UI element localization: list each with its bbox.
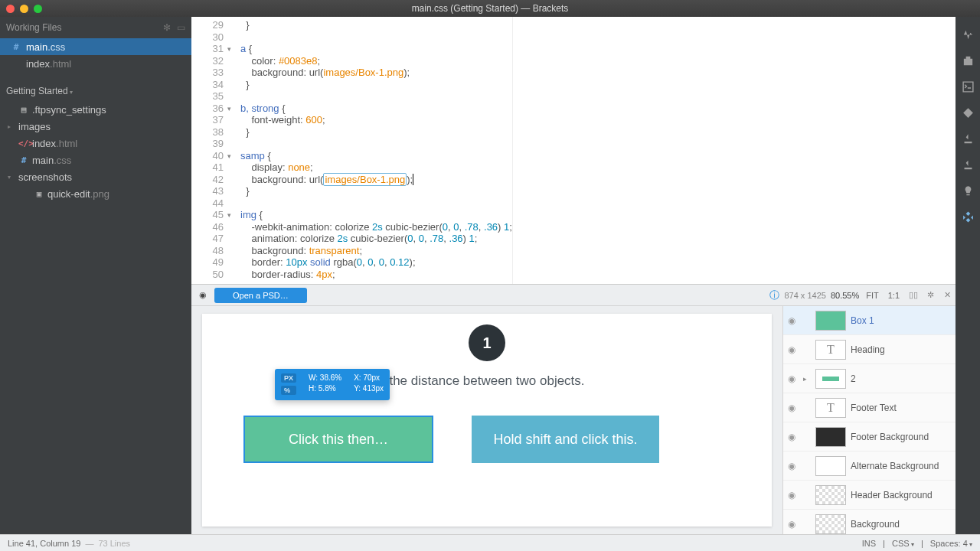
image-file-icon: ▣ bbox=[34, 189, 44, 199]
layer-background[interactable]: ◉Background bbox=[783, 510, 956, 534]
download-icon[interactable] bbox=[961, 132, 975, 145]
layer-label: Footer Text bbox=[851, 403, 951, 413]
tree-item-screenshots[interactable]: ▾screenshots bbox=[0, 168, 191, 185]
bulb-icon[interactable] bbox=[961, 184, 975, 197]
project-dropdown[interactable]: Getting Started bbox=[0, 81, 191, 101]
measure-y: Y: 413px bbox=[354, 384, 384, 393]
visibility-icon[interactable]: ◉ bbox=[788, 432, 799, 442]
unit-px[interactable]: PX bbox=[281, 373, 296, 383]
sidebar: Working Files ✻ ▭ #main.cssindex.html Ge… bbox=[0, 17, 191, 534]
gear-icon[interactable]: ✻ bbox=[163, 22, 171, 33]
measurement-tooltip: PX% W: 38.6% H: 5.8% X: 70px Y: 413px bbox=[275, 369, 390, 400]
layer-label: 2 bbox=[851, 373, 951, 384]
extract-panel: ◉ Open a PSD… ⓘ 874 x 1425 80.55% FIT 1:… bbox=[191, 285, 956, 534]
eye-icon[interactable]: ◉ bbox=[199, 290, 207, 300]
tree-item-.ftpsync_settings[interactable]: ▤.ftpsync_settings bbox=[0, 101, 191, 118]
split-view-icon[interactable]: ▭ bbox=[177, 22, 185, 33]
canvas-box-blue[interactable]: Hold shift and click this. bbox=[472, 416, 659, 463]
css-file-icon: # bbox=[18, 155, 29, 165]
working-file-main[interactable]: #main.css bbox=[0, 38, 191, 55]
zoom-actual-button[interactable]: 1:1 bbox=[888, 291, 900, 300]
tree-item-quick-edit[interactable]: ▣quick-edit.png bbox=[0, 185, 191, 202]
measure-h: H: 5.8% bbox=[309, 384, 341, 393]
line-count: 73 Lines bbox=[98, 539, 130, 548]
visibility-icon[interactable]: ◉ bbox=[788, 373, 799, 384]
layer-thumbnail bbox=[815, 369, 846, 389]
tree-item-label: images bbox=[18, 121, 51, 132]
layer-thumbnail: T bbox=[815, 340, 846, 360]
disclosure-icon[interactable]: ▾ bbox=[8, 174, 15, 181]
layer-heading[interactable]: ◉THeading bbox=[783, 335, 956, 364]
design-canvas[interactable]: 1 the distance between two objects. Clic… bbox=[191, 306, 782, 534]
extract-icon[interactable] bbox=[961, 210, 975, 223]
working-files-label: Working Files bbox=[6, 22, 61, 33]
layer-alternate-background[interactable]: ◉Alternate Background bbox=[783, 452, 956, 481]
window-title: main.css (Getting Started) — Brackets bbox=[0, 3, 980, 14]
layer-header-background[interactable]: ◉Header Background bbox=[783, 481, 956, 510]
tree-item-label: quick-edit.png bbox=[47, 188, 109, 200]
live-preview-icon[interactable] bbox=[961, 28, 975, 41]
code-content[interactable]: }a { color: #0083e8; background: url(ima… bbox=[228, 17, 512, 284]
layers-panel[interactable]: ◉Box 1◉THeading◉▸2◉TFooter Text◉Footer B… bbox=[782, 306, 956, 534]
settings-icon[interactable]: ✲ bbox=[927, 290, 934, 300]
language-mode[interactable]: CSS bbox=[892, 539, 914, 548]
layer-thumbnail bbox=[815, 427, 846, 447]
layer-footer-background[interactable]: ◉Footer Background bbox=[783, 422, 956, 452]
layer-label: Box 1 bbox=[851, 315, 951, 326]
layer-fold-icon[interactable]: ▸ bbox=[803, 375, 811, 383]
tree-item-index[interactable]: </>index.html bbox=[0, 135, 191, 152]
measure-x: X: 70px bbox=[354, 373, 384, 382]
html-file-icon: </> bbox=[18, 139, 29, 148]
layer-thumbnail bbox=[815, 456, 846, 476]
info-icon[interactable]: ⓘ bbox=[769, 289, 779, 302]
zoom-level[interactable]: 80.55% bbox=[831, 291, 859, 300]
tree-item-label: .ftpsync_settings bbox=[32, 104, 106, 116]
visibility-icon[interactable]: ◉ bbox=[788, 519, 799, 530]
canvas-dimensions: 874 x 1425 bbox=[784, 291, 825, 300]
line-gutter: 293031▾3233343536▾37383940▾4142434445▾46… bbox=[191, 17, 228, 284]
visibility-icon[interactable]: ◉ bbox=[788, 490, 799, 500]
insert-mode[interactable]: INS bbox=[862, 539, 876, 548]
extension-icon[interactable] bbox=[961, 54, 975, 67]
disclosure-icon[interactable]: ▸ bbox=[8, 123, 15, 130]
extract-toolbar: ◉ Open a PSD… ⓘ 874 x 1425 80.55% FIT 1:… bbox=[191, 285, 956, 306]
tree-item-label: main.css bbox=[32, 155, 71, 166]
upload-icon[interactable] bbox=[961, 158, 975, 171]
visibility-icon[interactable]: ◉ bbox=[788, 403, 799, 413]
visibility-icon[interactable]: ◉ bbox=[788, 461, 799, 471]
layer-thumbnail bbox=[815, 514, 846, 534]
layer-thumbnail bbox=[815, 311, 846, 331]
title-bar: main.css (Getting Started) — Brackets bbox=[0, 0, 980, 17]
close-panel-icon[interactable]: ✕ bbox=[944, 290, 951, 300]
code-editor[interactable]: 293031▾3233343536▾37383940▾4142434445▾46… bbox=[191, 17, 956, 285]
file-icon: ▤ bbox=[18, 105, 29, 115]
canvas-box-green[interactable]: Click this then… bbox=[243, 416, 433, 463]
tree-item-label: screenshots bbox=[18, 171, 72, 183]
diamond-icon[interactable] bbox=[961, 106, 975, 119]
layer-footer-text[interactable]: ◉TFooter Text bbox=[783, 393, 956, 422]
cursor-position[interactable]: Line 41, Column 19 bbox=[8, 539, 80, 548]
status-bar: Line 41, Column 19 — 73 Lines INS | CSS … bbox=[0, 534, 980, 551]
tree-item-images[interactable]: ▸images bbox=[0, 118, 191, 135]
layer-label: Heading bbox=[851, 344, 951, 355]
layer-2[interactable]: ◉▸2 bbox=[783, 364, 956, 393]
step-badge: 1 bbox=[469, 324, 505, 361]
layer-label: Background bbox=[851, 519, 951, 530]
editor-scrollbar[interactable] bbox=[512, 17, 523, 284]
measure-w: W: 38.6% bbox=[309, 373, 341, 382]
right-icon-strip bbox=[956, 17, 980, 534]
layers-toggle-icon[interactable]: ▯▯ bbox=[909, 290, 918, 300]
open-psd-button[interactable]: Open a PSD… bbox=[214, 288, 307, 303]
visibility-icon[interactable]: ◉ bbox=[788, 315, 799, 326]
file-name: index.html bbox=[26, 58, 71, 70]
console-icon[interactable] bbox=[961, 80, 975, 93]
css-file-icon: # bbox=[11, 42, 21, 52]
layer-label: Header Background bbox=[851, 490, 951, 500]
unit-pct[interactable]: % bbox=[281, 386, 296, 395]
indent-mode[interactable]: Spaces: 4 bbox=[930, 539, 972, 548]
working-file-index[interactable]: index.html bbox=[0, 55, 191, 72]
visibility-icon[interactable]: ◉ bbox=[788, 344, 799, 355]
layer-box-1[interactable]: ◉Box 1 bbox=[783, 306, 956, 335]
tree-item-main[interactable]: #main.css bbox=[0, 152, 191, 168]
zoom-fit-button[interactable]: FIT bbox=[866, 291, 879, 300]
